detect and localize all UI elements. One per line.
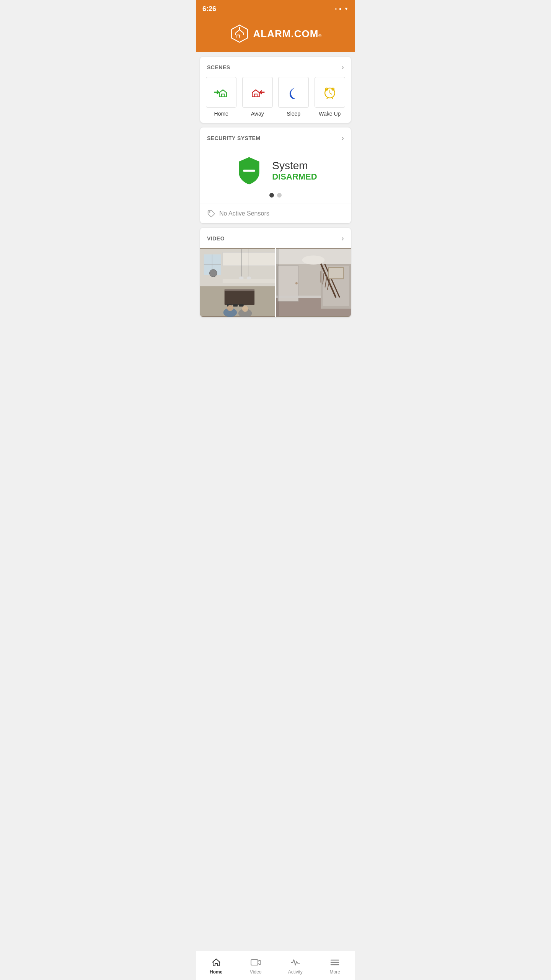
scene-wakeup-label: Wake Up bbox=[319, 111, 341, 117]
svg-point-41 bbox=[302, 255, 325, 265]
video-title: VIDEO bbox=[207, 235, 225, 242]
hallway-view bbox=[276, 248, 351, 317]
nav-home[interactable]: Home bbox=[196, 951, 236, 980]
logo-text: ALARM.COM bbox=[253, 28, 319, 40]
svg-rect-27 bbox=[233, 304, 238, 307]
scene-wakeup[interactable]: Wake Up bbox=[313, 77, 347, 117]
svg-rect-55 bbox=[251, 960, 258, 965]
security-chevron-icon: › bbox=[341, 134, 344, 142]
svg-line-14 bbox=[332, 98, 333, 99]
carousel-dot-1[interactable] bbox=[269, 193, 274, 198]
svg-point-33 bbox=[210, 270, 217, 277]
scenes-chevron-icon: › bbox=[341, 63, 344, 72]
video-camera-2[interactable] bbox=[276, 248, 351, 317]
svg-rect-24 bbox=[225, 290, 254, 305]
nav-more[interactable]: More bbox=[315, 951, 355, 980]
scenes-title: SCENES bbox=[207, 64, 230, 70]
svg-point-30 bbox=[227, 305, 233, 311]
scene-away[interactable]: Away bbox=[241, 77, 274, 117]
scene-wakeup-icon-box bbox=[315, 77, 345, 108]
wifi-icon: ▼ bbox=[344, 6, 349, 11]
carousel-dots bbox=[269, 193, 282, 198]
app-header: ALARM.COM® bbox=[196, 17, 355, 52]
scenes-card-header[interactable]: SCENES › bbox=[200, 57, 351, 77]
logo-hexagon-icon bbox=[230, 24, 249, 44]
svg-point-52 bbox=[295, 282, 298, 284]
logo-container: ALARM.COM® bbox=[230, 24, 322, 44]
video-chevron-icon: › bbox=[341, 234, 344, 243]
bottom-nav: Home Video Activity More bbox=[196, 951, 355, 980]
scene-home-icon-box bbox=[206, 77, 236, 108]
main-content: SCENES › Home bbox=[196, 52, 355, 351]
scenes-grid: Home Away bbox=[200, 77, 351, 123]
video-thumbnails bbox=[200, 248, 351, 317]
scenes-card: SCENES › Home bbox=[200, 57, 351, 123]
shield-disarmed-icon bbox=[234, 155, 264, 186]
scene-away-label: Away bbox=[251, 111, 264, 117]
scene-home-icon bbox=[212, 83, 230, 101]
status-time: 6:26 bbox=[202, 5, 216, 13]
security-system-card: SECURITY SYSTEM › System DISARMED bbox=[200, 127, 351, 223]
video-nav-icon bbox=[250, 957, 261, 968]
nav-home-label: Home bbox=[210, 969, 222, 975]
no-sensors-text: No Active Sensors bbox=[219, 210, 269, 217]
svg-rect-50 bbox=[328, 268, 343, 279]
scene-sleep-label: Sleep bbox=[287, 111, 300, 117]
nav-activity-label: Activity bbox=[288, 969, 303, 975]
kitchen-view bbox=[200, 248, 275, 317]
svg-rect-54 bbox=[276, 249, 279, 316]
svg-point-35 bbox=[239, 276, 244, 279]
home-nav-icon bbox=[211, 957, 222, 968]
status-bar: 6:26 ▪ ● ▼ bbox=[196, 0, 355, 17]
system-info: System DISARMED bbox=[272, 160, 317, 182]
sensors-bar: No Active Sensors bbox=[200, 204, 351, 223]
scene-sleep[interactable]: Sleep bbox=[277, 77, 310, 117]
logo-superscript: ® bbox=[318, 33, 321, 38]
svg-rect-53 bbox=[276, 296, 321, 298]
security-content: System DISARMED bbox=[200, 148, 351, 204]
security-card-header[interactable]: SECURITY SYSTEM › bbox=[200, 127, 351, 148]
security-title: SECURITY SYSTEM bbox=[207, 135, 261, 141]
nav-activity[interactable]: Activity bbox=[276, 951, 315, 980]
svg-rect-25 bbox=[225, 289, 254, 291]
svg-point-32 bbox=[242, 306, 248, 312]
video-camera-1[interactable] bbox=[200, 248, 276, 317]
nav-video-label: Video bbox=[250, 969, 261, 975]
system-status: DISARMED bbox=[272, 172, 317, 182]
system-name: System bbox=[272, 160, 317, 172]
scene-home[interactable]: Home bbox=[205, 77, 238, 117]
svg-line-13 bbox=[326, 98, 328, 99]
battery-icon: ▪ bbox=[335, 6, 337, 11]
svg-rect-28 bbox=[239, 304, 244, 307]
scene-away-icon-box bbox=[242, 77, 273, 108]
svg-rect-15 bbox=[243, 170, 255, 172]
scene-wakeup-icon bbox=[321, 83, 339, 101]
more-nav-icon bbox=[329, 957, 340, 968]
video-card: VIDEO › bbox=[200, 228, 351, 317]
carousel-dot-2[interactable] bbox=[277, 193, 282, 198]
scene-away-icon bbox=[249, 83, 266, 101]
video-card-header[interactable]: VIDEO › bbox=[200, 228, 351, 248]
security-info: System DISARMED bbox=[234, 155, 317, 186]
nav-more-label: More bbox=[330, 969, 340, 975]
svg-point-37 bbox=[247, 276, 251, 279]
svg-line-12 bbox=[330, 93, 332, 95]
scene-sleep-icon bbox=[285, 83, 302, 101]
nav-video[interactable]: Video bbox=[236, 951, 276, 980]
signal-icon: ● bbox=[339, 6, 342, 11]
svg-point-16 bbox=[209, 212, 210, 212]
status-icons: ▪ ● ▼ bbox=[335, 6, 349, 11]
sensor-tag-icon bbox=[207, 209, 215, 218]
scene-home-label: Home bbox=[214, 111, 228, 117]
activity-nav-icon bbox=[290, 957, 301, 968]
scene-sleep-icon-box bbox=[278, 77, 309, 108]
